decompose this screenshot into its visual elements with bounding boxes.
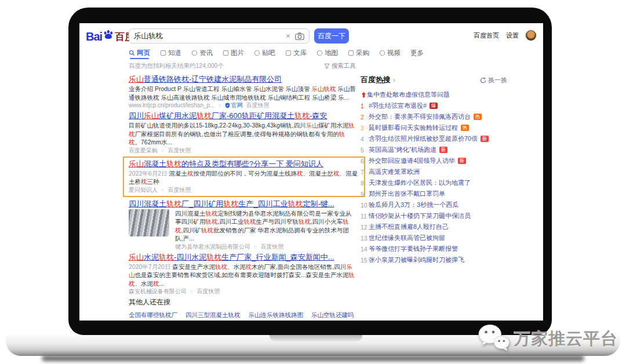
- clear-icon[interactable]: ×: [286, 32, 290, 40]
- related-link[interactable]: 四川三型混凝土轨枕: [185, 311, 241, 319]
- tab-icon: [191, 50, 198, 56]
- hot-item[interactable]: 2外交部：要求美不得安排佩洛西访台热: [361, 113, 507, 121]
- search-input[interactable]: [134, 32, 286, 40]
- hot-item[interactable]: 15张小泉菜刀被曝剁鸡腿时刀被弹飞: [361, 256, 507, 264]
- highlight-keyword: 乐山: [129, 253, 144, 261]
- tab-icon: [316, 50, 323, 56]
- hot-item-text: 含羽生结弦照片报纸被炒至超原价70倍: [369, 134, 478, 143]
- result-source: 百度爱采购○百度快照: [129, 147, 356, 154]
- highlight-keyword: 轨枕: [129, 130, 345, 146]
- result-item: 乐山普通铁路铁枕-辽宁铁建水泥制品有限公司业务介绍 Product P 乐山管道…: [129, 75, 356, 109]
- refresh-button[interactable]: 换一换: [480, 76, 507, 85]
- tab-地图[interactable]: 地图: [316, 46, 338, 59]
- highlight-keyword: 轨枕: [196, 111, 212, 120]
- settings-link[interactable]: 设置: [506, 31, 519, 40]
- result-thumbnail[interactable]: [129, 209, 169, 236]
- result-description: 目前矿山轨道使用的多以15-18kg,22-24kg,30-38kg,43kg钢…: [129, 121, 356, 147]
- result-title-link[interactable]: 四川乐山煤矿用水泥轨枕厂家-600轨距矿用混凝土轨枕-森安: [129, 111, 327, 121]
- rating-circle-icon: ○: [254, 243, 257, 250]
- highlight-keyword: 枕: [333, 170, 340, 177]
- result-description: 2020年7月20日森安是生产水泥轨枕、水泥枕木的厂家,面向全国各地区销售,四川…: [129, 263, 356, 288]
- snapshot-link[interactable]: 百度快照: [246, 102, 270, 109]
- tab-label: 网页: [137, 49, 150, 57]
- hot-item[interactable]: 9郑州开出首张不戴口罩罚单: [361, 190, 507, 198]
- hot-item-text: 高温灾难笼罩欧洲: [369, 168, 420, 176]
- highlight-keyword: 乐山: [129, 75, 144, 83]
- tab-icon: [285, 50, 292, 56]
- snapshot-link[interactable]: 百度快照: [260, 243, 283, 250]
- result-title-link[interactable]: 乐山水泥轨枕-四川水泥轨枕生产厂家_行业新闻_森安新闻中...: [129, 253, 334, 262]
- result-title-link[interactable]: 四川混凝土轨枕厂_四川矿用轨枕生产_四川工业轨枕定制-犍...: [129, 199, 334, 209]
- hot-item[interactable]: 5英国高温“烤化”机场跑道新: [361, 146, 507, 154]
- hot-item[interactable]: 3延时摄影看问天实验舱转运过程热: [361, 124, 507, 132]
- hot-item[interactable]: 13世纪佳缘失联高管已被拘留: [361, 234, 507, 242]
- tab-label: 知道: [168, 49, 181, 57]
- result-title-link[interactable]: 乐山普通铁路铁枕-辽宁铁建水泥制品有限公司: [129, 75, 282, 84]
- search-button[interactable]: 百度一下: [314, 28, 349, 43]
- tab-文库[interactable]: 文库: [285, 46, 307, 59]
- highlight-keyword: 枕: [245, 263, 252, 270]
- hot-search-header: 百度热搜 › 换一换: [361, 75, 507, 85]
- result-media-row: 四川混凝土轨枕定制找犍为县华君水泥制品有限公司是一家专业从事四川矿用轨枕,四川工…: [129, 209, 356, 250]
- official-label: 官网: [231, 102, 243, 109]
- hot-search-title[interactable]: 百度热搜: [361, 75, 391, 85]
- highlight-keyword: 枕: [187, 170, 194, 177]
- tab-贴吧[interactable]: 贴吧: [254, 46, 275, 59]
- result-description: 业务介绍 Product P 乐山管道工程 乐山输水管 乐山水泥管 乐山顶管 乐…: [129, 85, 356, 101]
- search-tools[interactable]: 搜索工具: [324, 62, 356, 70]
- result-title-link[interactable]: 乐山混凝土轨枕的特点及类型有哪些?分享一下 爱问知识人: [129, 159, 323, 169]
- tab-label: 地图: [325, 49, 338, 57]
- hot-item-rank: 2: [361, 114, 369, 121]
- hot-item-text: 主播不想直播雇8人殴打自己: [369, 223, 449, 231]
- baidu-paw-icon: [103, 28, 114, 41]
- hot-item[interactable]: 10验瓜师月入3万：3秒挑一个西瓜: [361, 201, 507, 209]
- tab-更多[interactable]: 更多: [410, 46, 424, 59]
- page: Bai 百度 ×: [0, 0, 626, 364]
- snapshot-link[interactable]: 百度快照: [168, 187, 191, 194]
- user-avatar[interactable]: [526, 30, 536, 41]
- tab-知道[interactable]: 知道: [160, 46, 181, 59]
- tab-网页[interactable]: 网页: [129, 46, 150, 59]
- result-description: 2022年6月2日混凝土枕按使用部位的不同，可分为混凝土线路枕、混凝土岔枕、混凝…: [129, 169, 359, 186]
- related-link[interactable]: 全国有哪些轨枕厂: [129, 311, 177, 319]
- rating-circle-icon: ○: [161, 147, 164, 154]
- related-link[interactable]: 乐山连乐铁路线路图: [249, 311, 304, 319]
- search-box: ×: [129, 28, 310, 43]
- result-item: 乐山水泥轨枕-四川水泥轨枕生产厂家_行业新闻_森安新闻中...2020年7月20…: [129, 253, 356, 296]
- highlight-keyword: 乐山: [129, 159, 144, 168]
- hot-item-pinned[interactable]: 集中查处散布虚假信息等问题: [361, 91, 507, 99]
- tab-采购[interactable]: 采购: [348, 46, 369, 59]
- tab-资讯[interactable]: 资讯: [191, 46, 213, 59]
- highlight-keyword: 乐山: [306, 122, 318, 129]
- hot-item-badge: 新: [458, 158, 466, 165]
- baidu-logo[interactable]: Bai 百度: [86, 28, 134, 45]
- chevron-right-icon: ›: [393, 76, 395, 84]
- home-link[interactable]: 百度首页: [474, 31, 499, 40]
- source-name: 森安机械设备有限公司: [129, 288, 187, 295]
- rating-circle-icon: ○: [218, 102, 221, 109]
- hot-item[interactable]: 8天津发生爆炸小区居民：以为地震了: [361, 179, 507, 187]
- hot-item[interactable]: 1#羽生结弦宣布退役#爆: [361, 102, 507, 110]
- result-count: 百度为您找到相关结果约124,000个: [129, 62, 224, 70]
- tab-icon: [160, 50, 166, 56]
- hot-item[interactable]: 4含羽生结弦照片报纸被炒至超原价70倍新: [361, 135, 507, 143]
- hot-item[interactable]: 11情侣吵架从十楼扔下菜刀砸中保洁员: [361, 212, 507, 220]
- tab-图片[interactable]: 图片: [223, 46, 244, 59]
- hot-item[interactable]: 12主播不想直播雇8人殴打自己: [361, 223, 507, 231]
- related-link[interactable]: 乐山空轨还建吗: [311, 311, 354, 319]
- snapshot-link[interactable]: 百度快照: [168, 147, 191, 154]
- hot-item-text: #羽生结弦宣布退役#: [369, 101, 427, 110]
- hot-item[interactable]: 7高温灾难笼罩欧洲: [361, 168, 507, 176]
- camera-icon[interactable]: [295, 32, 304, 40]
- hot-item-rank: 11: [361, 213, 369, 220]
- highlight-keyword: 轨枕: [166, 199, 181, 208]
- hot-item[interactable]: 14爷爷微信打字要钱孙子果断报警: [361, 245, 507, 253]
- hot-item[interactable]: 6外交部回应邀请4国领导人访华新: [361, 157, 507, 165]
- laptop-lid-notch: [270, 335, 362, 341]
- hot-item-text: 延时摄影看问天实验舱转运过程: [369, 123, 458, 132]
- tab-视频[interactable]: 视频: [379, 46, 401, 59]
- hot-item-text: 天津发生爆炸小区居民：以为地震了: [369, 179, 471, 187]
- search-header: Bai 百度 ×: [79, 23, 543, 46]
- results-meta: 百度为您找到相关结果约124,000个 搜索工具: [129, 61, 356, 70]
- snapshot-link[interactable]: 百度快照: [196, 288, 220, 295]
